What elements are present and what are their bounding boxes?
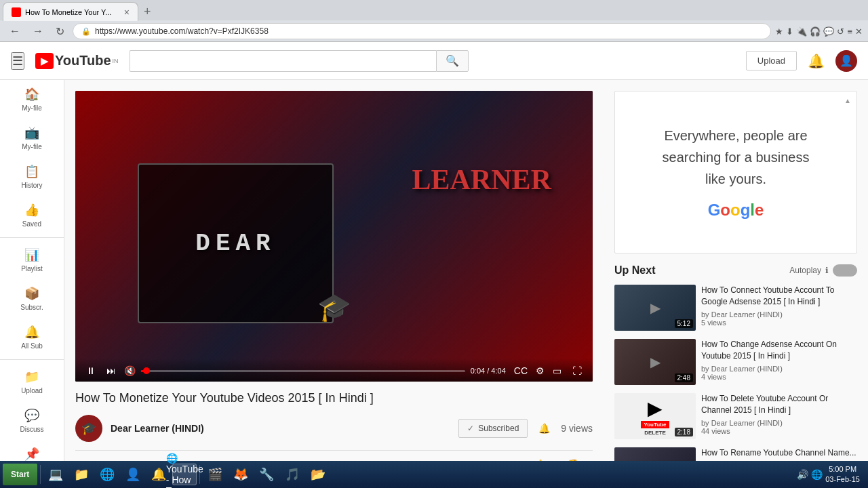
google-logo[interactable]: Google <box>708 201 764 220</box>
subscribe-bell-icon[interactable]: 🔔 <box>536 420 553 436</box>
settings-button[interactable]: ⚙ <box>536 365 545 376</box>
start-button[interactable]: Start <box>3 464 37 485</box>
refresh-button[interactable]: ↻ <box>52 24 68 39</box>
back-button[interactable]: ← <box>5 24 24 39</box>
taskbar-right: 🔊 🌐 5:00 PM 03-Feb-15 <box>797 464 865 485</box>
history-icon: 📋 <box>24 164 39 179</box>
up-next-title: Up Next <box>614 264 655 277</box>
cc-button[interactable]: CC <box>511 364 530 378</box>
yt-country: IN <box>113 58 119 64</box>
taskbar-icon-firefox[interactable]: 🦊 <box>229 464 253 485</box>
search-input[interactable] <box>130 50 436 72</box>
refresh-icon2[interactable]: ↺ <box>837 26 844 37</box>
notification-bell-icon[interactable]: 🔔 <box>808 53 825 69</box>
fullscreen-button[interactable]: ⛶ <box>570 364 585 378</box>
volume-sys-icon[interactable]: 🔊 <box>797 469 808 480</box>
sidebar-item-my-file-2[interactable]: 📺 My-file <box>0 119 64 157</box>
volume-button[interactable]: 🔇 <box>124 365 136 376</box>
tab-close-button[interactable]: × <box>124 7 130 18</box>
sidebar-label: History <box>21 182 42 189</box>
video-card-1[interactable]: ▶ 5:12 How To Connect Youtube Account To… <box>614 285 857 331</box>
user-avatar[interactable]: 👤 <box>835 50 857 72</box>
sidebar-item-playlist[interactable]: 📊 Playlist <box>0 241 64 279</box>
new-tab-button[interactable]: + <box>138 3 157 20</box>
forward-button[interactable]: → <box>28 24 47 39</box>
taskbar-icon-vlc[interactable]: 🎬 <box>203 464 227 485</box>
sidebar-item-saved[interactable]: 👍 Saved <box>0 196 64 235</box>
upload-icon: 📁 <box>24 369 39 384</box>
taskbar-icon-settings[interactable]: 🔧 <box>254 464 279 485</box>
menu-icon[interactable]: ≡ <box>847 26 852 37</box>
taskbar-separator-1 <box>40 465 41 484</box>
network-sys-icon[interactable]: 🌐 <box>811 469 823 480</box>
sidebar-item-my-file-1[interactable]: 🏠 My-file <box>0 80 64 119</box>
taskbar: Start 💻 📁 🌐 👤 🔔 🌐 YouTube - How To... 🎬 … <box>0 461 868 488</box>
sidebar-item-subscriptions[interactable]: 📦 Subscr. <box>0 279 64 318</box>
sidebar-label: Discuss <box>20 426 43 433</box>
download-icon[interactable]: ⬇ <box>786 26 793 37</box>
video-player[interactable]: DEAR LEARNER 🎓 ⏸ ⏭ 🔇 <box>75 91 593 382</box>
video-info-1: How To Connect Youtube Account To Google… <box>701 285 857 331</box>
skype-icon[interactable]: 💬 <box>823 26 834 37</box>
extension-icon[interactable]: 🔌 <box>796 26 807 37</box>
video-thumb-2: ▶ 2:48 <box>614 339 696 385</box>
youtube-logo[interactable]: ▶ YouTube IN <box>35 53 119 69</box>
subscribe-button[interactable]: ✓ Subscribed <box>458 419 528 438</box>
active-tab[interactable]: How To Monetize Your Y... × <box>3 2 138 21</box>
browser-chrome: How To Monetize Your Y... × + ← → ↻ 🔒 ht… <box>0 0 868 42</box>
youtube-header: ☰ ▶ YouTube IN 🔍 Upload 🔔 👤 <box>0 42 868 80</box>
video-channel-3: by Dear Learner (HINDI) <box>701 419 857 427</box>
address-bar[interactable]: 🔒 https://www.youtube.com/watch?v=Pxf2IJ… <box>73 23 771 39</box>
sidebar-divider-2 <box>0 359 64 360</box>
sidebar-item-history[interactable]: 📋 History <box>0 157 64 196</box>
saved-icon: 👍 <box>24 203 39 218</box>
yt-logo-text: YouTube <box>55 53 111 68</box>
channel-avatar[interactable]: 🎓 <box>75 415 102 442</box>
progress-bar[interactable] <box>141 370 465 372</box>
hamburger-menu[interactable]: ☰ <box>11 52 24 70</box>
sidebar: 🏠 My-file 📺 My-file 📋 History 👍 Saved 📊 … <box>0 80 64 488</box>
video-channel-1: by Dear Learner (HINDI) <box>701 310 857 319</box>
sidebar-item-upload[interactable]: 📁 Upload <box>0 363 64 401</box>
theater-button[interactable]: ▭ <box>550 364 564 378</box>
sidebar-label: My-file <box>22 104 41 112</box>
progress-dot <box>143 367 150 374</box>
upload-button[interactable]: Upload <box>746 51 797 70</box>
autoplay-info-icon[interactable]: ℹ <box>825 266 829 275</box>
video-thumb-1: ▶ 5:12 <box>614 285 696 331</box>
sidebar-label: Upload <box>21 387 43 394</box>
sidebar-item-discuss[interactable]: 💬 Discuss <box>0 401 64 440</box>
skip-button[interactable]: ⏭ <box>104 364 119 378</box>
sidebar-item-all-subs[interactable]: 🔔 All Sub <box>0 318 64 357</box>
channel-name[interactable]: Dear Learner (HINDI) <box>111 423 450 434</box>
sidebar-label: Saved <box>22 220 41 228</box>
taskbar-icon-user[interactable]: 👤 <box>121 464 145 485</box>
taskbar-icon-chrome[interactable]: 🌐 YouTube - How To... <box>172 464 197 485</box>
video-thumbnail: DEAR LEARNER 🎓 <box>75 91 593 382</box>
content-area: DEAR LEARNER 🎓 ⏸ ⏭ 🔇 <box>64 80 868 488</box>
close-browser-icon[interactable]: ✕ <box>855 26 863 37</box>
bookmark-icon[interactable]: ★ <box>775 26 783 37</box>
video-info-3: How To Delete Youtube Account Or Channel… <box>701 393 857 439</box>
autoplay-label: Autoplay <box>789 266 821 275</box>
sidebar-divider <box>0 237 64 238</box>
autoplay-toggle[interactable] <box>833 264 857 277</box>
taskbar-icon-windows[interactable]: 💻 <box>43 464 68 485</box>
headphone-icon[interactable]: 🎧 <box>810 26 821 37</box>
play-pause-button[interactable]: ⏸ <box>83 364 98 378</box>
taskbar-icon-folder[interactable]: 📂 <box>306 464 330 485</box>
video-card-2[interactable]: ▶ 2:48 How To Change Adsense Account On … <box>614 339 857 385</box>
video-card-title-2: How To Change Adsense Account On Youtube… <box>701 339 857 362</box>
search-button[interactable]: 🔍 <box>436 50 469 72</box>
video-title: How To Monetize Your Youtube Videos 2015… <box>75 390 593 407</box>
sidebar-label: All Sub <box>21 342 43 350</box>
taskbar-icon-music[interactable]: 🎵 <box>280 464 304 485</box>
sidebar-label: Playlist <box>21 265 43 272</box>
main-container: 🏠 My-file 📺 My-file 📋 History 👍 Saved 📊 … <box>0 80 868 488</box>
home-icon: 🏠 <box>24 87 39 102</box>
ad-text-line2: searching for a business <box>663 146 810 168</box>
video-card-title-3: How To Delete Youtube Account Or Channel… <box>701 393 857 416</box>
taskbar-icon-ie[interactable]: 🌐 <box>95 464 119 485</box>
video-card-3[interactable]: ▶ YouTube DELETE 2:18 How To Delete Yout… <box>614 393 857 439</box>
taskbar-icon-explorer[interactable]: 📁 <box>69 464 94 485</box>
